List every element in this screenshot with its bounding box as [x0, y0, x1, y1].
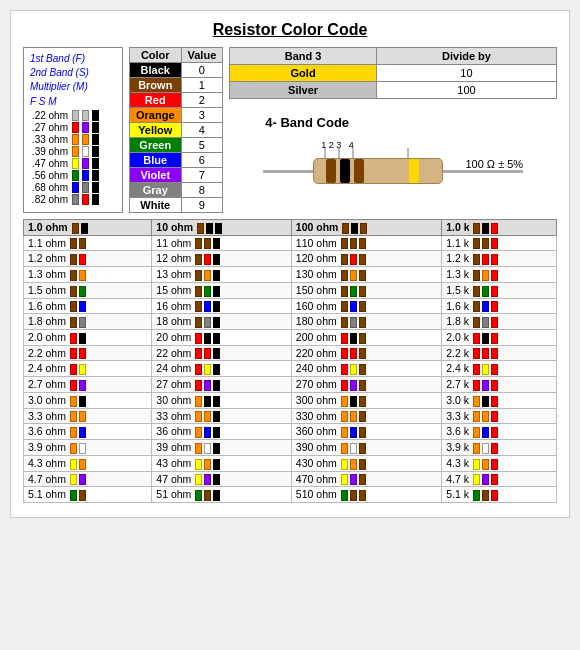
color-value-table: Color Value Black 0 Brown 1 Red 2 Orange… — [129, 47, 223, 213]
band-strip — [350, 301, 357, 312]
band-strip — [359, 474, 366, 485]
bands-1 — [69, 473, 87, 485]
band-strip — [70, 396, 77, 407]
band-strip — [79, 254, 86, 265]
band-strip — [79, 490, 86, 501]
band-strip — [92, 182, 99, 193]
val-col-4: 2.0 k — [442, 330, 557, 346]
val-col-3: 270 ohm — [291, 377, 441, 393]
val-col-4: 1.6 k — [442, 298, 557, 314]
val-col-1: 1.3 ohm — [24, 267, 152, 283]
band-strip — [213, 270, 220, 281]
val-col-1: 2.7 ohm — [24, 377, 152, 393]
band-strip — [213, 254, 220, 265]
bands-3 — [340, 268, 367, 280]
ohm-value: .39 ohm — [30, 146, 68, 157]
band-strip — [482, 333, 489, 344]
band-strip — [72, 122, 79, 133]
ohm-bands — [71, 146, 100, 157]
band-strip — [491, 254, 498, 265]
bands-1 — [69, 252, 87, 264]
band3-value-cell: 100 — [376, 82, 556, 99]
band-strip — [473, 223, 480, 234]
legend-ohm-row: .56 ohm — [30, 170, 116, 181]
band-strip — [204, 286, 211, 297]
main-data-table: 1.0 ohm 10 ohm 100 ohm 1.0 k 1.1 ohm 11 … — [23, 219, 557, 503]
band-strip — [350, 427, 357, 438]
color-name-cell: Black — [130, 63, 182, 78]
color-value-cell: 7 — [181, 168, 223, 183]
data-row: 1.2 ohm 12 ohm 120 ohm 1.2 k — [24, 251, 557, 267]
val-col-3: 160 ohm — [291, 298, 441, 314]
color-value-cell: 5 — [181, 138, 223, 153]
band-strip — [204, 427, 211, 438]
ohm-bands — [71, 134, 100, 145]
bands-3 — [340, 331, 367, 343]
data-row: 3.6 ohm 36 ohm 360 ohm 3.6 k — [24, 424, 557, 440]
bands-4 — [472, 221, 499, 233]
ohm-value: .22 ohm — [30, 110, 68, 121]
band-strip — [79, 333, 86, 344]
val-col-2: 20 ohm — [152, 330, 292, 346]
bands-3 — [340, 394, 367, 406]
ohm-bands — [71, 170, 100, 181]
data-row: 2.2 ohm 22 ohm 220 ohm 2.2 k — [24, 345, 557, 361]
bands-1 — [69, 237, 87, 249]
band-strip — [341, 443, 348, 454]
band-strip — [473, 459, 480, 470]
legend-ohm-row: .82 ohm — [30, 194, 116, 205]
band-strip — [341, 270, 348, 281]
band-strip — [482, 474, 489, 485]
band-strip — [79, 317, 86, 328]
band-strip — [482, 364, 489, 375]
band-strip — [82, 158, 89, 169]
val-col-2: 39 ohm — [152, 440, 292, 456]
bands-1 — [69, 362, 87, 374]
band-strip — [491, 333, 498, 344]
band-strip — [195, 443, 202, 454]
band-strip — [350, 411, 357, 422]
band-strip — [195, 238, 202, 249]
bands-4 — [472, 378, 499, 390]
val-col-4: 1.2 k — [442, 251, 557, 267]
band-strip — [195, 348, 202, 359]
band-strip — [70, 427, 77, 438]
ohm-bands — [71, 182, 100, 193]
color-name-cell: Brown — [130, 78, 182, 93]
band-strip — [195, 380, 202, 391]
band-strip — [204, 348, 211, 359]
bands-2 — [194, 488, 221, 500]
bands-1 — [69, 331, 87, 343]
band-strip — [213, 427, 220, 438]
band-strip — [82, 170, 89, 181]
color-value-cell: 6 — [181, 153, 223, 168]
band-strip — [491, 364, 498, 375]
band-strip — [341, 348, 348, 359]
color-value-cell: 8 — [181, 183, 223, 198]
val-col-3: 100 ohm — [291, 220, 441, 236]
band-strip — [204, 238, 211, 249]
val-col-1: 4.7 ohm — [24, 471, 152, 487]
band-strip — [213, 459, 220, 470]
bands-4 — [472, 315, 499, 327]
band-strip — [79, 411, 86, 422]
band-strip — [70, 459, 77, 470]
band-strip — [92, 194, 99, 205]
band-strip — [79, 474, 86, 485]
band-strip — [72, 170, 79, 181]
legend-ohm-row: .39 ohm — [30, 146, 116, 157]
band-strip — [70, 443, 77, 454]
band-strip — [359, 348, 366, 359]
legend-ohm-row: .68 ohm — [30, 182, 116, 193]
band-strip — [79, 270, 86, 281]
band-strip — [70, 333, 77, 344]
color-name-cell: Yellow — [130, 123, 182, 138]
bands-1 — [69, 441, 87, 453]
bands-3 — [340, 425, 367, 437]
band-strip — [491, 223, 498, 234]
band-strip — [482, 301, 489, 312]
band-strip — [92, 134, 99, 145]
band-strip — [72, 223, 79, 234]
band-strip — [195, 254, 202, 265]
bands-1 — [69, 394, 87, 406]
